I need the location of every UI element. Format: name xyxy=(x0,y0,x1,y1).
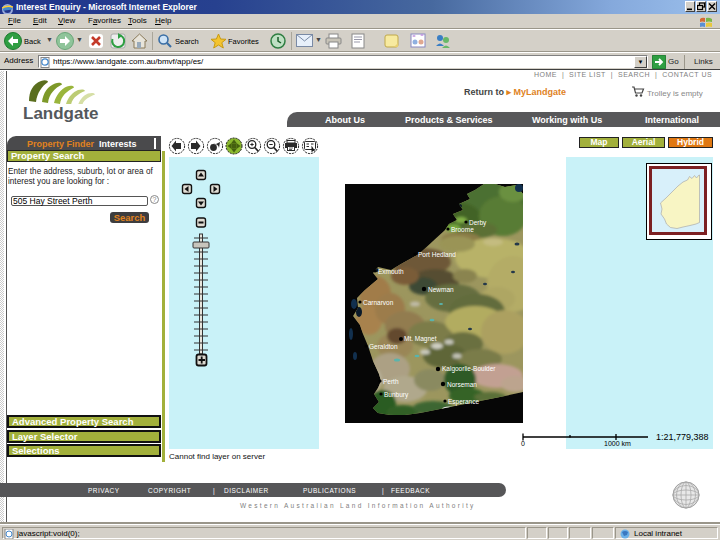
svg-text:Kalgoorlie-Boulder: Kalgoorlie-Boulder xyxy=(442,365,496,373)
svg-text:Exmouth: Exmouth xyxy=(378,268,404,275)
svg-text:Geraldton: Geraldton xyxy=(369,343,398,350)
svg-text:Esperance: Esperance xyxy=(448,398,479,406)
svg-text:Broome: Broome xyxy=(451,226,474,233)
svg-text:Mt. Magnet: Mt. Magnet xyxy=(404,335,437,343)
svg-text:Newman: Newman xyxy=(428,286,454,293)
svg-text:Bunbury: Bunbury xyxy=(384,391,409,399)
svg-text:Perth: Perth xyxy=(383,378,399,385)
svg-text:Carnarvon: Carnarvon xyxy=(363,299,394,306)
svg-text:Norseman: Norseman xyxy=(447,381,477,388)
svg-text:Port Hedland: Port Hedland xyxy=(418,251,456,258)
